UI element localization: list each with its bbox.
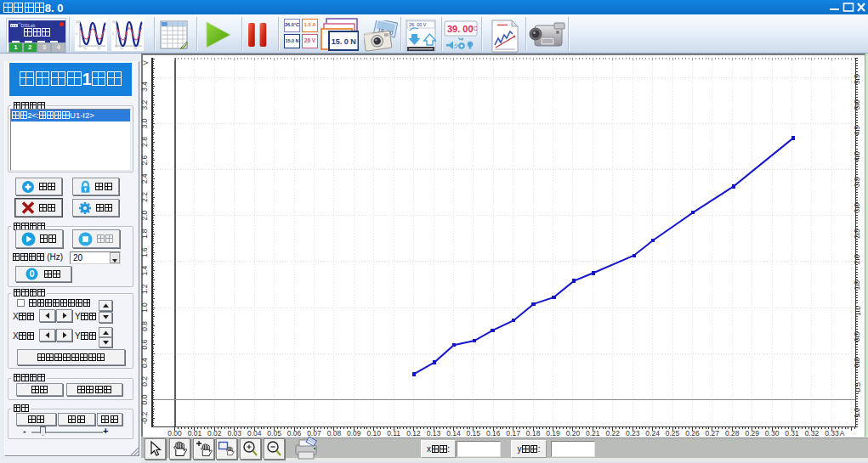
svg-text:0: 0 <box>30 268 35 279</box>
svg-text:2.2: 2.2 <box>141 192 149 202</box>
svg-text:0.18: 0.18 <box>526 429 541 437</box>
svg-text:4.0: 4.0 <box>854 151 862 161</box>
svg-text:0.21: 0.21 <box>586 429 600 437</box>
svg-text:0.6: 0.6 <box>141 339 149 349</box>
svg-text:0.04: 0.04 <box>247 429 262 437</box>
svg-text:0.32: 0.32 <box>805 429 820 437</box>
svg-text:0: 0 <box>76 32 77 36</box>
svg-text:0.19: 0.19 <box>546 429 560 437</box>
svg-text:1.6: 1.6 <box>141 247 149 257</box>
svg-text:0.13: 0.13 <box>427 429 441 437</box>
svg-text:0.03: 0.03 <box>228 429 242 437</box>
svg-text:3.0: 3.0 <box>854 203 862 213</box>
svg-text:-1.0: -1.0 <box>854 408 862 421</box>
svg-text:0.09: 0.09 <box>347 429 361 437</box>
svg-text:0.26: 0.26 <box>685 429 700 437</box>
svg-text:0.02: 0.02 <box>207 429 222 437</box>
svg-text:0.22: 0.22 <box>605 429 620 437</box>
svg-text:30: 30 <box>76 20 79 24</box>
svg-text:2.8: 2.8 <box>141 137 149 147</box>
svg-text:1.8: 1.8 <box>141 229 149 239</box>
svg-text:4.5: 4.5 <box>854 126 862 136</box>
svg-text:3.5: 3.5 <box>854 177 862 187</box>
svg-text:1.0: 1.0 <box>141 302 149 313</box>
svg-text:▬▬▬: ▬▬▬ <box>497 22 508 26</box>
svg-text:2.5: 2.5 <box>854 229 862 239</box>
svg-text:20: 20 <box>97 47 100 50</box>
svg-text:39. 00: 39. 00 <box>447 24 474 34</box>
svg-text:0.08: 0.08 <box>327 429 342 437</box>
svg-text:0.5: 0.5 <box>854 331 862 342</box>
svg-text:-0.5: -0.5 <box>854 381 862 394</box>
svg-text:0.31: 0.31 <box>785 429 799 437</box>
svg-text:0.4: 0.4 <box>141 358 149 368</box>
svg-text:1.2: 1.2 <box>141 284 149 294</box>
svg-text:0.17: 0.17 <box>506 429 520 437</box>
svg-text:15. 0 N: 15. 0 N <box>332 37 356 46</box>
svg-text:0.15: 0.15 <box>467 429 481 437</box>
svg-text:V: V <box>141 60 150 65</box>
svg-text:2.0: 2.0 <box>141 211 149 221</box>
svg-text:0.25: 0.25 <box>666 429 680 437</box>
svg-text:0.06: 0.06 <box>287 429 302 437</box>
svg-text:0.8: 0.8 <box>141 321 149 331</box>
svg-text:0.05: 0.05 <box>267 429 281 437</box>
svg-text:A: A <box>840 429 845 437</box>
svg-text:3.0: 3.0 <box>141 118 149 128</box>
svg-text:10: 10 <box>83 47 87 50</box>
svg-text:°C: °C <box>471 25 478 31</box>
svg-text:0.23: 0.23 <box>626 429 640 437</box>
svg-text:30: 30 <box>112 20 116 24</box>
svg-text:26. 00 V: 26. 00 V <box>409 22 427 27</box>
svg-text:0.10: 0.10 <box>366 429 381 437</box>
svg-text:0.07: 0.07 <box>307 429 321 437</box>
svg-text:0.33: 0.33 <box>825 429 839 437</box>
svg-text:2.4: 2.4 <box>141 173 149 184</box>
svg-text:5.0: 5.0 <box>854 99 862 110</box>
svg-text:1.0: 1.0 <box>854 306 862 316</box>
svg-text:0.30: 0.30 <box>765 429 780 437</box>
svg-text:20: 20 <box>133 47 137 50</box>
svg-text:2.0: 2.0 <box>854 254 862 264</box>
svg-text:0.0: 0.0 <box>854 358 862 368</box>
svg-text:0: 0 <box>112 32 114 36</box>
svg-text:1.5: 1.5 <box>854 280 862 291</box>
svg-text:0.24: 0.24 <box>645 429 660 437</box>
svg-text:0.28: 0.28 <box>725 429 740 437</box>
svg-text:0.16: 0.16 <box>486 429 501 437</box>
svg-text:0.12: 0.12 <box>406 429 421 437</box>
svg-text:3.2: 3.2 <box>141 99 149 110</box>
svg-text:1.4: 1.4 <box>141 266 149 276</box>
svg-text:0.14: 0.14 <box>446 429 461 437</box>
svg-text:-0.2: -0.2 <box>141 412 149 425</box>
svg-text:0.01: 0.01 <box>188 429 202 437</box>
svg-text:0.27: 0.27 <box>706 429 720 437</box>
svg-text:0.11: 0.11 <box>387 429 400 437</box>
svg-text:0.2: 0.2 <box>141 376 149 387</box>
svg-text:3.4: 3.4 <box>141 82 149 92</box>
svg-text:10: 10 <box>120 47 123 50</box>
svg-text:0.29: 0.29 <box>745 429 759 437</box>
svg-text:5.5: 5.5 <box>854 74 862 84</box>
svg-text:0.0: 0.0 <box>141 394 149 404</box>
svg-text:2.6: 2.6 <box>141 155 149 166</box>
svg-text:0.20: 0.20 <box>566 429 581 437</box>
svg-text:0.00: 0.00 <box>167 429 182 437</box>
